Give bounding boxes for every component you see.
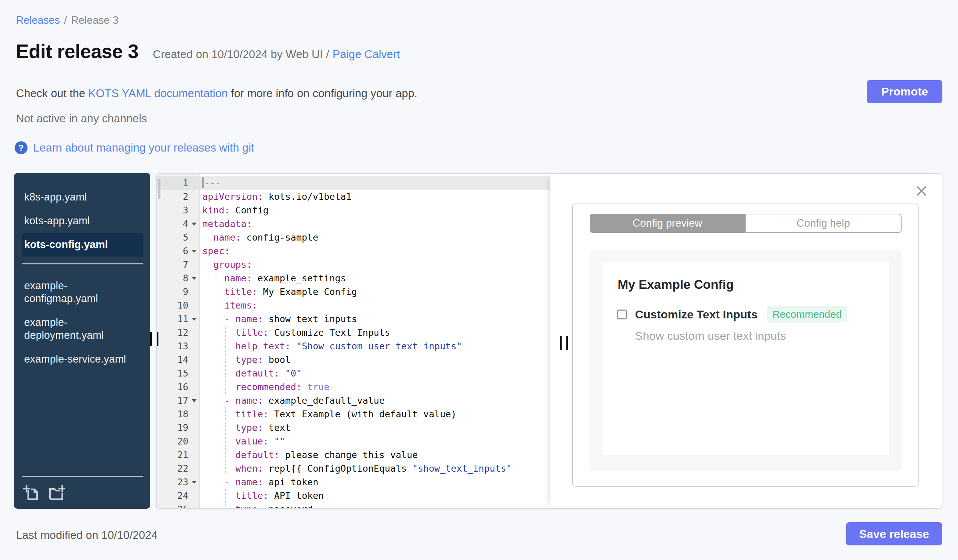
code-line[interactable]: 5 name: config-sample bbox=[157, 231, 550, 244]
resize-handle-bar bbox=[157, 332, 159, 346]
fold-arrow-icon[interactable] bbox=[192, 318, 197, 321]
code-line[interactable]: 20 value: "" bbox=[157, 435, 550, 448]
code-line-text: recommended: true bbox=[200, 380, 550, 394]
config-tabs: Config preview Config help bbox=[590, 214, 902, 233]
code-line[interactable]: 4metadata: bbox=[157, 217, 550, 231]
code-line[interactable]: 23 - name: api_token bbox=[157, 475, 550, 489]
code-line[interactable]: 18 title: Text Example (with default val… bbox=[157, 407, 550, 421]
file-item[interactable]: example-service.yaml bbox=[22, 347, 143, 371]
code-line-text: type: text bbox=[200, 421, 550, 435]
code-line-text: default: "0" bbox=[200, 367, 550, 380]
line-number: 21 bbox=[157, 448, 200, 462]
line-number: 17 bbox=[157, 394, 200, 407]
line-number: 7 bbox=[157, 258, 200, 272]
fold-arrow-icon[interactable] bbox=[192, 250, 197, 253]
code-line-text: title: Text Example (with default value) bbox=[200, 407, 550, 421]
breadcrumb-current: Release 3 bbox=[71, 14, 119, 27]
tab-config-preview[interactable]: Config preview bbox=[590, 214, 745, 233]
indent-guide bbox=[225, 326, 226, 394]
file-item[interactable]: example-deployment.yaml bbox=[22, 310, 143, 347]
created-author-link[interactable]: Paige Calvert bbox=[333, 48, 400, 61]
line-number: 5 bbox=[157, 231, 200, 244]
file-item[interactable]: kots-config.yaml bbox=[22, 233, 143, 256]
fold-arrow-icon[interactable] bbox=[192, 481, 197, 484]
code-line[interactable]: 17 - name: example_default_value bbox=[157, 394, 550, 407]
line-number: 18 bbox=[157, 407, 200, 421]
line-number: 13 bbox=[157, 340, 200, 353]
line-number: 24 bbox=[157, 489, 200, 503]
code-line[interactable]: 7 groups: bbox=[157, 258, 550, 272]
title-row: Edit release 3 Created on 10/10/2024 by … bbox=[16, 40, 400, 63]
code-line[interactable]: 1--- bbox=[157, 176, 550, 190]
resize-handle-preview[interactable] bbox=[560, 336, 568, 350]
add-file-icon[interactable] bbox=[23, 484, 39, 500]
code-line-text: kind: Config bbox=[200, 204, 550, 217]
code-line[interactable]: 25 type: password bbox=[157, 503, 550, 508]
code-line[interactable]: 24 title: API token bbox=[157, 489, 550, 503]
code-line[interactable]: 13 help_text: "Show custom user text inp… bbox=[157, 340, 550, 353]
created-text: Created on 10/10/2024 by Web UI / bbox=[153, 48, 330, 61]
kots-docs-link[interactable]: KOTS YAML documentation bbox=[89, 87, 228, 100]
line-number: 14 bbox=[157, 353, 200, 367]
code-line[interactable]: 15 default: "0" bbox=[157, 367, 550, 380]
line-number: 4 bbox=[157, 217, 200, 231]
config-preview-body: My Example Config Customize Text Inputs … bbox=[590, 250, 902, 471]
code-line[interactable]: 16 recommended: true bbox=[157, 380, 550, 394]
resize-handle-sidebar[interactable] bbox=[150, 332, 159, 346]
line-number: 8 bbox=[157, 272, 200, 285]
tab-config-help[interactable]: Config help bbox=[745, 214, 902, 233]
fold-arrow-icon[interactable] bbox=[192, 277, 197, 280]
yaml-editor[interactable]: 1---2apiVersion: kots.io/v1beta13kind: C… bbox=[157, 174, 550, 508]
customize-text-inputs-checkbox[interactable] bbox=[617, 310, 627, 320]
editor-scrollbar-thumb[interactable] bbox=[158, 179, 160, 199]
line-number: 3 bbox=[157, 204, 200, 217]
resize-handle-bar bbox=[560, 336, 561, 350]
file-list: k8s-app.yamlkots-app.yamlkots-config.yam… bbox=[14, 173, 150, 371]
code-line[interactable]: 21 default: please change this value bbox=[157, 448, 550, 462]
code-line[interactable]: 22 when: repl{{ ConfigOptionEquals "show… bbox=[157, 462, 550, 475]
resize-handle-bar bbox=[566, 336, 568, 350]
save-release-button[interactable]: Save release bbox=[846, 522, 942, 546]
breadcrumb: Releases / Release 3 bbox=[16, 14, 118, 27]
file-name: example-service.yaml bbox=[24, 353, 126, 365]
last-modified-text: Last modified on 10/10/2024 bbox=[16, 529, 157, 542]
line-number: 9 bbox=[157, 285, 200, 299]
release-editor-area: 1---2apiVersion: kots.io/v1beta13kind: C… bbox=[156, 173, 942, 509]
code-line[interactable]: 2apiVersion: kots.io/v1beta1 bbox=[157, 190, 550, 204]
git-releases-link[interactable]: Learn about managing your releases with … bbox=[33, 141, 254, 154]
code-line[interactable]: 6spec: bbox=[157, 244, 550, 258]
code-line-text: --- bbox=[200, 176, 550, 190]
indent-guide bbox=[225, 489, 226, 508]
file-tree-divider bbox=[22, 263, 143, 264]
config-group-title: My Example Config bbox=[618, 278, 889, 292]
text-cursor bbox=[202, 177, 204, 188]
code-line[interactable]: 11 - name: show_text_inputs bbox=[157, 312, 550, 326]
question-mark-icon[interactable]: ? bbox=[14, 141, 27, 154]
code-line[interactable]: 19 type: text bbox=[157, 421, 550, 435]
code-line[interactable]: 14 type: bool bbox=[157, 353, 550, 367]
code-line-text: - name: api_token bbox=[200, 475, 550, 489]
close-icon[interactable] bbox=[915, 185, 928, 198]
line-number: 11 bbox=[157, 312, 200, 326]
code-line[interactable]: 12 title: Customize Text Inputs bbox=[157, 326, 550, 340]
line-number: 2 bbox=[157, 190, 200, 204]
file-item[interactable]: kots-app.yaml bbox=[22, 209, 143, 233]
fold-arrow-icon[interactable] bbox=[192, 399, 197, 402]
code-line[interactable]: 8 - name: example_settings bbox=[157, 272, 550, 285]
breadcrumb-releases-link[interactable]: Releases bbox=[16, 14, 60, 27]
code-line[interactable]: 10 items: bbox=[157, 299, 550, 312]
git-help-row: ? Learn about managing your releases wit… bbox=[14, 141, 254, 154]
code-line[interactable]: 3kind: Config bbox=[157, 204, 550, 217]
file-item[interactable]: k8s-app.yaml bbox=[22, 185, 143, 209]
file-item[interactable]: example-configmap.yaml bbox=[22, 274, 143, 310]
fold-arrow-icon[interactable] bbox=[192, 223, 197, 226]
file-name: example-deployment.yaml bbox=[24, 316, 128, 342]
code-line-text: value: "" bbox=[200, 435, 550, 448]
code-line-text: spec: bbox=[200, 244, 550, 258]
promote-button[interactable]: Promote bbox=[867, 80, 942, 103]
code-lines: 1---2apiVersion: kots.io/v1beta13kind: C… bbox=[157, 174, 550, 508]
line-number: 6 bbox=[157, 244, 200, 258]
code-line[interactable]: 9 title: My Example Config bbox=[157, 285, 550, 299]
line-number: 1 bbox=[157, 176, 200, 190]
add-folder-icon[interactable] bbox=[49, 484, 65, 500]
